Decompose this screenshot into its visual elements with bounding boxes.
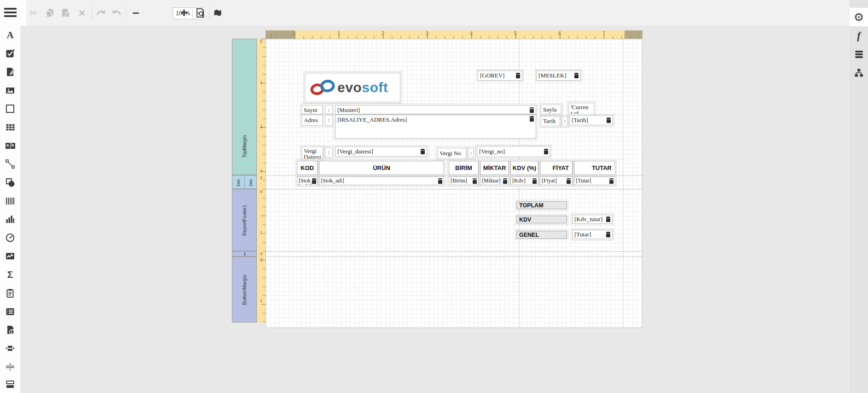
adres-field[interactable]: [IRSALIYE_ADRES.Adres]	[335, 115, 536, 139]
musteri-field[interactable]: [Musteri]	[335, 105, 536, 115]
paste-icon	[61, 8, 71, 18]
redo-icon	[111, 8, 122, 18]
plus-icon: +	[180, 6, 188, 20]
image-tool-icon[interactable]	[0, 83, 20, 98]
richtext-tool-icon[interactable]	[0, 65, 20, 79]
detail-stok-kodu[interactable]: [Stok_kodu]	[297, 176, 318, 185]
redo-button[interactable]	[110, 6, 124, 20]
header-miktar[interactable]: MİKTAR	[480, 161, 509, 175]
band-report-footer-thin[interactable]	[232, 251, 257, 257]
toplam-label[interactable]: TOPLAM	[516, 201, 567, 209]
detail-fiyat[interactable]: [Fiyat]	[540, 176, 573, 185]
colon-separator[interactable]: :	[562, 116, 567, 126]
tab-report-tree[interactable]	[850, 64, 868, 82]
copy-button[interactable]	[42, 6, 57, 20]
database-icon	[530, 116, 534, 122]
logo-image[interactable]: evosoft	[305, 73, 400, 102]
vergi-dairesi-field[interactable]: [Vergi_dairesi]	[335, 147, 427, 157]
header-kod[interactable]: KOD	[297, 161, 318, 175]
database-icon	[532, 178, 537, 184]
kdv-tutar-field[interactable]: [Kdv_tutar]	[572, 215, 613, 224]
margin-guide	[623, 39, 623, 328]
layers-tool-icon[interactable]	[0, 378, 20, 393]
database-icon	[473, 178, 477, 184]
colon-separator[interactable]: :	[468, 148, 474, 158]
vergi-no-field[interactable]: [Vergi_no]	[477, 146, 550, 157]
detail-stok-adi[interactable]: [Stok_adi]	[319, 176, 444, 185]
colon-separator[interactable]: :	[325, 147, 333, 158]
sparkline-tool-icon[interactable]	[0, 249, 20, 264]
delete-icon: ✕	[78, 8, 86, 18]
cut-button[interactable]: ✂	[26, 6, 41, 20]
detail-kdv[interactable]: [Kdv]	[510, 176, 538, 185]
script-icon	[213, 8, 223, 18]
function-icon: f	[857, 30, 861, 42]
gauge-tool-icon[interactable]	[0, 230, 20, 245]
chart-tool-icon[interactable]	[0, 212, 20, 227]
panel-tool-icon[interactable]	[0, 101, 20, 116]
header-birim[interactable]: BİRİM	[449, 161, 479, 175]
band-bottom-margin[interactable]: BottomMargin	[232, 257, 257, 323]
tarih-field[interactable]: [Tarih]	[569, 115, 613, 125]
zoom-out-button[interactable]: −	[128, 6, 143, 20]
adres-label[interactable]: Adres	[301, 115, 323, 126]
sayfa-label[interactable]: Sayfa	[541, 105, 561, 114]
vergi-dairesi-label[interactable]: Vergi Dairesi	[301, 147, 323, 159]
toolbar-separator	[126, 6, 126, 19]
undo-button[interactable]	[93, 6, 108, 20]
page-break-tool-icon[interactable]	[0, 359, 20, 374]
vertical-ruler: 0 1 2 3 0 0 1 0 0 1	[257, 39, 266, 323]
band-top-margin[interactable]: TopMargin	[232, 39, 257, 175]
tab-functions[interactable]: f	[850, 27, 868, 45]
detail-tutar[interactable]: [Tutar]	[574, 176, 615, 185]
colon-separator[interactable]: :	[325, 105, 333, 115]
database-icon	[606, 232, 610, 237]
tarih-label[interactable]: Tarih	[541, 116, 560, 126]
vergi-no-label[interactable]: Vergi No	[437, 148, 466, 159]
sum-tool-icon[interactable]: Σ	[0, 267, 20, 282]
band-tool-icon[interactable]	[0, 341, 20, 356]
shape-tool-icon[interactable]	[0, 175, 20, 190]
preview-button[interactable]	[193, 6, 208, 20]
detail-miktar[interactable]: [Miktar]	[480, 176, 509, 185]
line-tool-icon[interactable]	[0, 157, 20, 171]
tab-dictionary[interactable]	[850, 45, 868, 64]
table-tool-icon[interactable]	[0, 120, 20, 135]
database-icon	[312, 178, 316, 184]
sayfa-value-field[interactable]: 'Current of	[568, 103, 594, 114]
genel-tutar-field[interactable]: [Tutar]	[572, 230, 613, 239]
genel-label[interactable]: GENEL	[516, 231, 567, 239]
zoom-in-button[interactable]: +	[177, 6, 191, 20]
script-button[interactable]	[210, 6, 225, 20]
band-detail-a[interactable]: Det.	[232, 175, 245, 189]
minus-icon: −	[132, 6, 139, 20]
delete-button[interactable]: ✕	[75, 6, 89, 20]
horizontal-ruler: 0 1 2 3 4 5 6 7	[266, 30, 642, 39]
paste-button[interactable]	[58, 6, 73, 20]
band-report-footer[interactable]: ReportFooter1	[232, 189, 257, 251]
hamburger-menu-icon[interactable]	[4, 8, 17, 18]
sayin-label[interactable]: Sayın	[301, 105, 323, 115]
header-fiyat[interactable]: FİYAT	[540, 161, 573, 175]
kdv-label[interactable]: KDV	[516, 216, 567, 223]
header-tutar[interactable]: TUTAR	[574, 161, 615, 175]
clipboard-tool-icon[interactable]	[0, 286, 20, 300]
logo-text-evo: evo	[337, 80, 362, 95]
label-tool-icon[interactable]: ab	[0, 138, 20, 153]
page-info-tool-icon[interactable]	[0, 323, 20, 337]
text-tool-icon[interactable]: A	[0, 28, 20, 42]
colon-separator[interactable]: :	[325, 115, 333, 126]
gorev-field[interactable]: [GOREV]	[478, 70, 522, 81]
checkbox-tool-icon[interactable]	[0, 46, 20, 61]
tab-properties[interactable]: ⚙	[850, 8, 868, 26]
band-detail-b[interactable]: Det.	[244, 175, 257, 189]
undo-icon	[95, 8, 106, 18]
list-tool-icon[interactable]	[0, 304, 20, 319]
header-kdv[interactable]: KDV (%)	[510, 161, 538, 175]
barcode-tool-icon[interactable]	[0, 194, 20, 208]
database-icon	[855, 51, 863, 59]
meslek-field[interactable]: [MESLEK]	[536, 70, 581, 81]
header-urun[interactable]: ÜRÜN	[319, 161, 444, 175]
band-separator-guide	[266, 189, 642, 189]
detail-birim[interactable]: [Birim]	[449, 176, 479, 185]
